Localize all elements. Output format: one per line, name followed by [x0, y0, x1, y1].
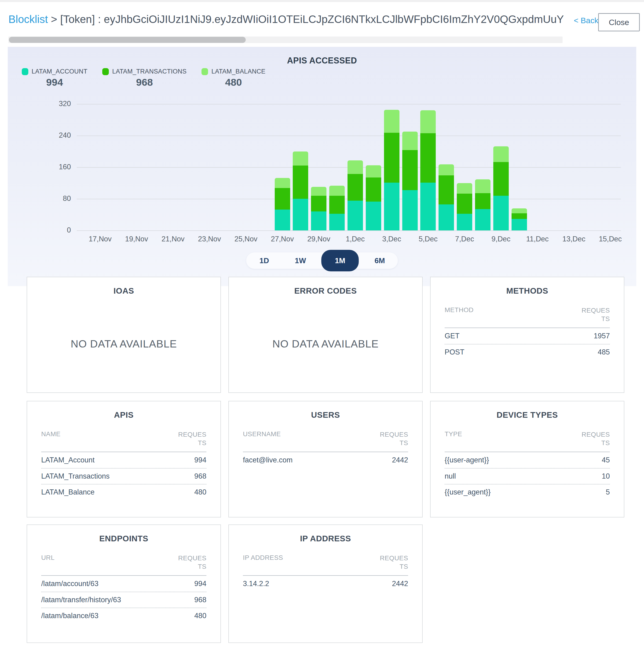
table-row: LATAM_Account994 [41, 452, 207, 468]
column-header-requests: REQUESTS [380, 430, 408, 447]
bar-segment-latam_account [420, 183, 436, 230]
ioas-card: IOAS NO DATA AVAILABLE [27, 277, 221, 393]
table-header: METHOD REQUESTS [444, 306, 610, 323]
chart-gridline [77, 230, 621, 231]
x-axis-tick-label: 3,Dec [382, 235, 401, 243]
bar-segment-latam_account [293, 199, 308, 230]
row-value: 2442 [392, 579, 408, 588]
column-header-requests: REQUESTS [581, 430, 610, 447]
bar-segment-latam_balance [420, 110, 436, 133]
x-axis-tick-label: 21,Nov [161, 235, 184, 243]
bar-segment-latam_account [493, 196, 509, 231]
ip-address-card: IP ADDRESS IP ADDRESS REQUESTS 3.14.2.22… [228, 525, 423, 643]
back-link[interactable]: < Back [574, 16, 598, 25]
row-value: 968 [194, 472, 207, 480]
table-header: NAME REQUESTS [41, 430, 207, 447]
bar-segment-latam_balance [438, 165, 454, 175]
apis-table: LATAM_Account994LATAM_Transactions968LAT… [41, 452, 207, 500]
card-title: ERROR CODES [229, 286, 422, 296]
table-row: {{user-agent}}45 [444, 452, 610, 468]
x-axis-tick-label: 7,Dec [455, 235, 474, 243]
y-axis-tick-label: 320 [59, 100, 71, 108]
range-option-1d[interactable]: 1D [249, 252, 279, 269]
bar-segment-latam_transactions [438, 175, 454, 204]
methods-card: METHODS METHOD REQUESTS GET1957POST485 [430, 277, 624, 393]
chart-bar-30-nov[interactable] [329, 186, 345, 230]
chart-bar-10-dec[interactable] [512, 208, 527, 231]
device-types-table: {{user-agent}}45null10{{user_agent}}5 [444, 452, 610, 500]
range-option-1w[interactable]: 1W [285, 252, 316, 269]
row-value: 480 [194, 488, 207, 497]
row-value: 2442 [392, 456, 408, 464]
row-label: /latam/balance/63 [41, 612, 99, 620]
row-label: /latam/transfer/history/63 [41, 596, 121, 604]
x-axis-tick-label: 1,Dec [346, 235, 365, 243]
methods-table: GET1957POST485 [444, 328, 610, 360]
row-label: GET [444, 332, 460, 340]
close-button[interactable]: Close [598, 13, 640, 31]
breadcrumb: Blocklist > [Token] : eyJhbGciOiJIUzI1Ni… [8, 12, 565, 27]
bar-segment-latam_account [348, 201, 363, 230]
card-title: DEVICE TYPES [430, 410, 624, 420]
bar-segment-latam_account [366, 202, 381, 230]
row-label: /latam/account/63 [41, 579, 99, 588]
legend-total: 968 [136, 77, 153, 88]
bar-segment-latam_transactions [420, 133, 436, 183]
bar-segment-latam_transactions [402, 150, 418, 190]
bar-segment-latam_balance [348, 160, 363, 174]
range-option-6m[interactable]: 6M [365, 252, 395, 269]
chart-plot [77, 104, 621, 231]
bar-segment-latam_transactions [275, 188, 290, 209]
x-axis-tick-label: 27,Nov [271, 235, 294, 243]
no-data-message: NO DATA AVAILABLE [27, 296, 221, 393]
horizontal-scrollbar-track[interactable] [8, 36, 562, 43]
bar-segment-latam_account [402, 190, 418, 230]
card-title: USERS [229, 410, 422, 420]
row-label: LATAM_Transactions [41, 472, 110, 480]
legend-name: LATAM_ACCOUNT [32, 68, 87, 75]
bar-segment-latam_balance [329, 186, 345, 196]
bar-segment-latam_transactions [366, 178, 381, 202]
chart-bar-1-dec[interactable] [348, 160, 363, 230]
chart-bar-8-dec[interactable] [475, 179, 491, 230]
bar-segment-latam_account [275, 210, 290, 230]
chart-bar-4-dec[interactable] [402, 132, 418, 230]
bar-segment-latam_account [457, 214, 472, 230]
range-option-1m[interactable]: 1M [321, 250, 359, 272]
chart-bar-28-nov[interactable] [293, 151, 308, 231]
table-row: LATAM_Transactions968 [41, 468, 207, 484]
bar-segment-latam_balance [457, 183, 472, 194]
table-row: /latam/account/63994 [41, 576, 207, 592]
table-row: /latam/transfer/history/63968 [41, 592, 207, 608]
table-row: facet@live.com2442 [243, 452, 408, 468]
legend-swatch-icon [22, 68, 28, 75]
breadcrumb-blocklist-link[interactable]: Blocklist [8, 13, 48, 25]
bar-segment-latam_account [384, 183, 399, 230]
column-header-username: USERNAME [243, 430, 281, 438]
chart-bar-2-dec[interactable] [366, 165, 381, 230]
row-value: 480 [194, 612, 207, 620]
bar-segment-latam_account [475, 209, 491, 230]
users-card: USERS USERNAME REQUESTS facet@live.com24… [228, 401, 423, 518]
endpoints-table: /latam/account/63994/latam/transfer/hist… [41, 576, 207, 624]
row-label: {{user_agent}} [444, 488, 491, 497]
bar-segment-latam_transactions [384, 133, 399, 183]
x-axis-tick-label: 5,Dec [419, 235, 437, 243]
y-axis-tick-label: 160 [59, 163, 71, 171]
table-header: USERNAME REQUESTS [243, 430, 408, 447]
table-header: TYPE REQUESTS [444, 430, 610, 447]
table-row: {{user_agent}}5 [444, 484, 610, 500]
row-value: 994 [194, 456, 207, 464]
chart-bar-27-nov[interactable] [275, 178, 290, 230]
x-axis-tick-label: 11,Dec [526, 235, 549, 243]
chart-bar-6-dec[interactable] [438, 165, 454, 230]
legend-total: 480 [225, 77, 242, 88]
chart-bar-7-dec[interactable] [457, 183, 472, 231]
chart-bar-9-dec[interactable] [493, 146, 509, 230]
bar-segment-latam_account [438, 204, 454, 230]
chart-bar-5-dec[interactable] [420, 110, 436, 230]
chart-bar-29-nov[interactable] [311, 187, 327, 230]
horizontal-scrollbar-thumb[interactable] [9, 37, 246, 43]
chart-bar-3-dec[interactable] [384, 110, 399, 230]
bar-segment-latam_balance [475, 179, 491, 193]
